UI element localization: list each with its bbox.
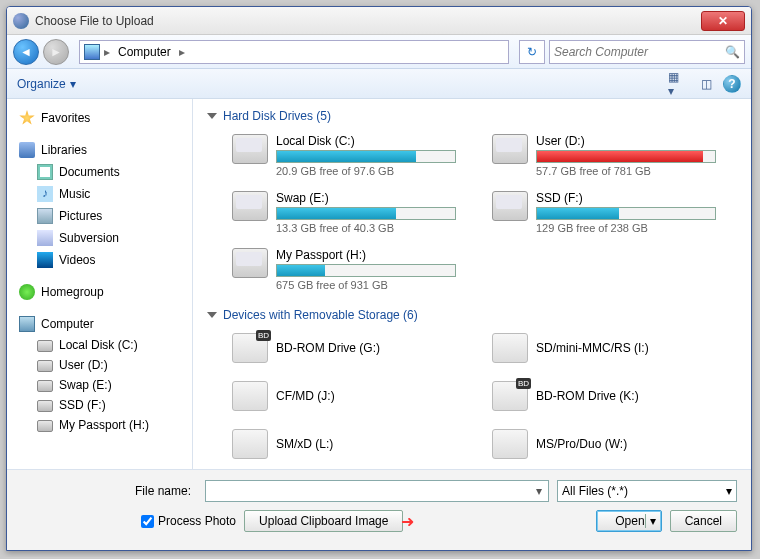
removable-item[interactable]: SD/mini-MMC/RS (I:) xyxy=(489,330,719,366)
drive-item[interactable]: User (D:)57.7 GB free of 781 GB xyxy=(489,131,719,180)
libraries-icon xyxy=(19,142,35,158)
view-options-button[interactable]: ▦ ▾ xyxy=(667,74,689,94)
drive-free-text: 13.3 GB free of 40.3 GB xyxy=(276,222,456,234)
filename-input[interactable] xyxy=(206,484,530,498)
breadcrumb-computer[interactable]: Computer xyxy=(114,45,175,59)
drive-icon xyxy=(232,248,268,278)
device-name: BD-ROM Drive (K:) xyxy=(536,389,639,403)
organize-menu[interactable]: Organize ▾ xyxy=(17,77,76,91)
removable-item[interactable]: BD-ROM Drive (G:) xyxy=(229,330,459,366)
chevron-down-icon: ▾ xyxy=(70,77,76,91)
device-icon xyxy=(492,429,528,459)
chevron-right-icon[interactable]: ▸ xyxy=(102,45,112,59)
sidebar-item-documents[interactable]: Documents xyxy=(7,161,192,183)
document-icon xyxy=(37,164,53,180)
breadcrumb[interactable]: ▸ Computer ▸ xyxy=(79,40,509,64)
star-icon xyxy=(19,110,35,126)
open-button[interactable]: Open ▾ xyxy=(596,510,661,532)
chevron-down-icon xyxy=(207,113,217,119)
preview-pane-button[interactable]: ◫ xyxy=(695,74,717,94)
search-icon: 🔍 xyxy=(725,45,740,59)
chevron-right-icon[interactable]: ▸ xyxy=(177,45,187,59)
drive-name: My Passport (H:) xyxy=(276,248,456,262)
sidebar-item-music[interactable]: ♪Music xyxy=(7,183,192,205)
close-button[interactable]: ✕ xyxy=(701,11,745,31)
search-input[interactable] xyxy=(554,45,725,59)
drive-name: User (D:) xyxy=(536,134,716,148)
sidebar-homegroup[interactable]: Homegroup xyxy=(7,281,192,303)
device-icon xyxy=(492,333,528,363)
capacity-bar xyxy=(536,150,716,163)
titlebar: Choose File to Upload ✕ xyxy=(7,7,751,35)
forward-button[interactable]: ► xyxy=(43,39,69,65)
cancel-button[interactable]: Cancel xyxy=(670,510,737,532)
drive-item[interactable]: SSD (F:)129 GB free of 238 GB xyxy=(489,188,719,237)
navigation-sidebar: Favorites Libraries Documents ♪Music Pic… xyxy=(7,99,193,469)
drive-item[interactable]: Swap (E:)13.3 GB free of 40.3 GB xyxy=(229,188,459,237)
sidebar-drive-e[interactable]: Swap (E:) xyxy=(7,375,192,395)
drive-icon xyxy=(37,420,53,432)
removable-item[interactable]: MS/Pro/Duo (W:) xyxy=(489,426,719,462)
search-box[interactable]: 🔍 xyxy=(549,40,745,64)
process-photo-input[interactable] xyxy=(141,515,154,528)
sidebar-drive-d[interactable]: User (D:) xyxy=(7,355,192,375)
device-icon xyxy=(232,381,268,411)
sidebar-computer[interactable]: Computer xyxy=(7,313,192,335)
drive-name: Local Disk (C:) xyxy=(276,134,456,148)
sidebar-item-pictures[interactable]: Pictures xyxy=(7,205,192,227)
organize-label: Organize xyxy=(17,77,66,91)
upload-clipboard-button[interactable]: Upload Clipboard Image xyxy=(244,510,403,532)
help-button[interactable]: ? xyxy=(723,75,741,93)
capacity-bar xyxy=(276,150,456,163)
drive-free-text: 57.7 GB free of 781 GB xyxy=(536,165,716,177)
drive-free-text: 129 GB free of 238 GB xyxy=(536,222,716,234)
drive-icon xyxy=(37,360,53,372)
annotation-arrow-icon: ➜ xyxy=(401,512,414,531)
sidebar-drive-f[interactable]: SSD (F:) xyxy=(7,395,192,415)
chevron-down-icon: ▾ xyxy=(726,484,732,498)
device-name: MS/Pro/Duo (W:) xyxy=(536,437,627,451)
drive-free-text: 675 GB free of 931 GB xyxy=(276,279,456,291)
app-icon xyxy=(13,13,29,29)
drive-icon xyxy=(37,380,53,392)
back-button[interactable]: ◄ xyxy=(13,39,39,65)
drive-icon xyxy=(37,340,53,352)
section-removable-storage[interactable]: Devices with Removable Storage (6) xyxy=(207,308,737,322)
window-title: Choose File to Upload xyxy=(35,14,701,28)
chevron-down-icon[interactable]: ▾ xyxy=(530,484,548,498)
content-pane: Hard Disk Drives (5) Local Disk (C:)20.9… xyxy=(193,99,751,469)
file-dialog-window: Choose File to Upload ✕ ◄ ► ▸ Computer ▸… xyxy=(6,6,752,551)
drive-icon xyxy=(492,191,528,221)
removable-grid: BD-ROM Drive (G:)SD/mini-MMC/RS (I:)CF/M… xyxy=(229,330,737,462)
removable-item[interactable]: BD-ROM Drive (K:) xyxy=(489,378,719,414)
pictures-icon xyxy=(37,208,53,224)
sidebar-item-videos[interactable]: Videos xyxy=(7,249,192,271)
filename-label: File name: xyxy=(21,484,197,498)
sidebar-drive-c[interactable]: Local Disk (C:) xyxy=(7,335,192,355)
removable-item[interactable]: SM/xD (L:) xyxy=(229,426,459,462)
sidebar-libraries[interactable]: Libraries xyxy=(7,139,192,161)
open-dropdown[interactable]: ▾ xyxy=(645,514,661,528)
section-hard-disk-drives[interactable]: Hard Disk Drives (5) xyxy=(207,109,737,123)
drive-icon xyxy=(492,134,528,164)
process-photo-checkbox[interactable]: Process Photo xyxy=(141,514,236,528)
sidebar-item-subversion[interactable]: Subversion xyxy=(7,227,192,249)
hdd-grid: Local Disk (C:)20.9 GB free of 97.6 GBUs… xyxy=(229,131,737,294)
device-name: CF/MD (J:) xyxy=(276,389,335,403)
refresh-button[interactable]: ↻ xyxy=(519,40,545,64)
drive-name: Swap (E:) xyxy=(276,191,456,205)
filename-combo[interactable]: ▾ xyxy=(205,480,549,502)
device-name: BD-ROM Drive (G:) xyxy=(276,341,380,355)
sidebar-drive-h[interactable]: My Passport (H:) xyxy=(7,415,192,435)
drive-name: SSD (F:) xyxy=(536,191,716,205)
drive-item[interactable]: My Passport (H:)675 GB free of 931 GB xyxy=(229,245,459,294)
videos-icon xyxy=(37,252,53,268)
device-name: SD/mini-MMC/RS (I:) xyxy=(536,341,649,355)
removable-item[interactable]: CF/MD (J:) xyxy=(229,378,459,414)
drive-icon xyxy=(37,400,53,412)
drive-item[interactable]: Local Disk (C:)20.9 GB free of 97.6 GB xyxy=(229,131,459,180)
device-name: SM/xD (L:) xyxy=(276,437,333,451)
filetype-filter[interactable]: All Files (*.*) ▾ xyxy=(557,480,737,502)
sidebar-favorites[interactable]: Favorites xyxy=(7,107,192,129)
device-icon xyxy=(232,333,268,363)
